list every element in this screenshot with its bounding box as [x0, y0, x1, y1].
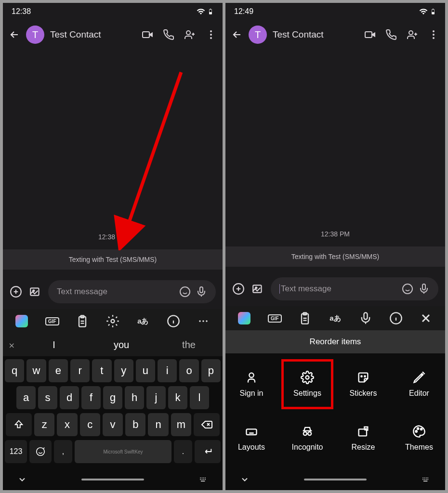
add-person-icon[interactable] [407, 29, 418, 40]
svg-point-46 [306, 376, 309, 379]
key-t[interactable]: t [92, 359, 111, 382]
key-b[interactable]: b [125, 413, 145, 436]
chevron-down-icon[interactable] [17, 475, 27, 484]
svg-rect-26 [202, 479, 203, 480]
key-z[interactable]: z [34, 413, 54, 436]
phone-icon[interactable] [385, 29, 397, 40]
more-horizontal-icon[interactable] [197, 314, 210, 328]
phone-icon[interactable] [163, 29, 174, 40]
svg-rect-52 [359, 429, 367, 436]
key-e[interactable]: e [49, 359, 68, 382]
key-v[interactable]: v [103, 413, 123, 436]
key-f[interactable]: f [81, 386, 101, 409]
key-l[interactable]: l [190, 386, 209, 409]
nav-handle[interactable] [304, 479, 367, 480]
key-s[interactable]: s [38, 386, 57, 409]
grid-item-sign-in[interactable]: Sign in [225, 359, 277, 409]
videocall-icon[interactable] [364, 29, 376, 40]
suggestion-2[interactable]: you [88, 339, 155, 350]
backspace-key[interactable] [194, 413, 220, 436]
key-h[interactable]: h [125, 386, 144, 409]
key-d[interactable]: d [60, 386, 79, 409]
suggestion-3[interactable]: the [155, 339, 223, 350]
key-a[interactable]: a [16, 386, 36, 409]
dismiss-suggestions-icon[interactable]: ⨉ [3, 340, 20, 350]
comma-key[interactable]: , [54, 440, 72, 463]
key-x[interactable]: x [57, 413, 77, 436]
mic-toolbar-icon[interactable] [359, 311, 372, 325]
translate-icon[interactable]: aあ [329, 311, 342, 325]
add-attachment-icon[interactable] [232, 283, 245, 295]
clipboard-icon[interactable] [76, 314, 89, 328]
svg-rect-56 [422, 478, 423, 479]
key-n[interactable]: n [148, 413, 168, 436]
copilot-icon[interactable] [237, 311, 251, 325]
period-key[interactable]: . [174, 440, 192, 463]
emoji-icon[interactable] [402, 283, 413, 295]
suggestion-1[interactable]: I [20, 339, 88, 350]
nav-handle[interactable] [81, 479, 144, 480]
more-icon[interactable] [428, 29, 439, 40]
gallery-icon[interactable] [29, 285, 41, 298]
back-button[interactable] [231, 29, 243, 40]
keyboard-switch-icon[interactable] [421, 475, 431, 484]
more-icon[interactable] [205, 29, 217, 40]
settings-gear-icon[interactable] [106, 314, 119, 328]
key-y[interactable]: y [114, 359, 133, 382]
key-g[interactable]: g [103, 386, 122, 409]
close-icon[interactable] [419, 311, 433, 325]
numbers-key[interactable]: 123 [5, 440, 27, 463]
back-button[interactable] [9, 29, 20, 40]
message-input[interactable] [57, 287, 174, 297]
grid-item-layouts[interactable]: Layouts [225, 413, 277, 463]
gallery-icon[interactable] [251, 283, 264, 295]
gif-icon[interactable]: GIF [268, 311, 281, 325]
key-m[interactable]: m [171, 413, 191, 436]
grid-item-settings[interactable]: Settings [281, 359, 333, 409]
clipboard-icon[interactable] [298, 311, 312, 325]
gif-icon[interactable]: GIF [45, 314, 59, 328]
info-icon[interactable] [167, 314, 180, 328]
grid-item-resize[interactable]: Resize [337, 413, 389, 463]
mic-icon[interactable] [196, 286, 207, 298]
contact-name[interactable]: Test Contact [50, 29, 136, 40]
videocall-icon[interactable] [142, 29, 153, 40]
key-i[interactable]: i [158, 359, 177, 382]
key-r[interactable]: r [70, 359, 90, 382]
chevron-down-icon[interactable] [240, 475, 250, 484]
key-c[interactable]: c [80, 413, 100, 436]
info-icon[interactable] [389, 311, 403, 325]
message-input-container [271, 277, 438, 300]
translate-icon[interactable]: aあ [136, 314, 150, 328]
enter-key[interactable] [195, 440, 221, 463]
key-o[interactable]: o [179, 359, 198, 382]
grid-item-incognito[interactable]: Incognito [281, 413, 333, 463]
key-k[interactable]: k [168, 386, 187, 409]
key-p[interactable]: p [201, 359, 221, 382]
grid-item-stickers[interactable]: Stickers [337, 359, 389, 409]
contact-avatar[interactable]: T [249, 26, 267, 44]
add-person-icon[interactable] [184, 29, 196, 40]
contact-name[interactable]: Test Contact [273, 29, 358, 40]
spacebar[interactable]: Microsoft SwiftKey [75, 440, 171, 463]
svg-rect-29 [201, 481, 205, 482]
keyboard-toolbar: GIF aあ [225, 306, 445, 330]
mic-icon[interactable] [418, 283, 430, 295]
grid-item-themes[interactable]: Themes [393, 413, 445, 463]
key-u[interactable]: u [136, 359, 155, 382]
message-input[interactable] [279, 284, 397, 294]
emoji-key[interactable] [29, 440, 52, 463]
emoji-icon[interactable] [179, 286, 191, 298]
svg-rect-60 [422, 479, 423, 480]
key-w[interactable]: w [26, 359, 46, 382]
copilot-icon[interactable] [15, 314, 28, 328]
contact-avatar[interactable]: T [26, 26, 44, 44]
key-q[interactable]: q [5, 359, 24, 382]
add-attachment-icon[interactable] [10, 285, 22, 298]
grid-item-editor[interactable]: Editor [393, 359, 445, 409]
grid-label: Incognito [292, 443, 323, 452]
shift-key[interactable] [6, 413, 32, 436]
key-j[interactable]: j [146, 386, 166, 409]
keyboard-switch-icon[interactable] [198, 475, 208, 484]
message-input-container [48, 280, 216, 303]
